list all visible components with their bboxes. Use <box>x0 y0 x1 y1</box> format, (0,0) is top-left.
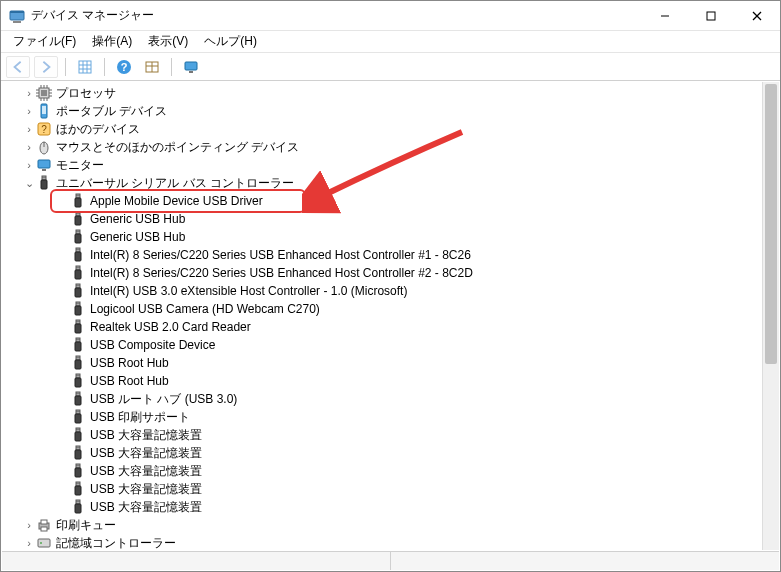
svg-rect-47 <box>707 12 715 20</box>
tree-item-label: モニター <box>56 156 104 174</box>
usb-icon <box>70 319 86 335</box>
expand-icon[interactable]: › <box>22 534 36 550</box>
tree-item[interactable]: ›Apple Mobile Device USB Driver <box>10 192 762 210</box>
minimize-button[interactable] <box>642 1 688 30</box>
expand-icon[interactable]: › <box>22 516 36 534</box>
tree-item[interactable]: ›プロセッサ <box>10 84 762 102</box>
usb-icon <box>70 481 86 497</box>
tree-item-label: USB 大容量記憶装置 <box>90 444 202 462</box>
tree-item[interactable]: ›USB 印刷サポート <box>10 408 762 426</box>
printer-icon <box>36 517 52 533</box>
tree-item-label: 印刷キュー <box>56 516 116 534</box>
expand-icon[interactable]: › <box>22 156 36 174</box>
tree-item-label: USB 大容量記憶装置 <box>90 480 202 498</box>
menu-view[interactable]: 表示(V) <box>140 31 196 52</box>
toolbar-forward-button[interactable] <box>34 56 58 78</box>
toolbar-grid-button[interactable] <box>73 56 97 78</box>
expand-icon[interactable]: › <box>22 84 36 102</box>
tree-item-label: 記憶域コントローラー <box>56 534 176 550</box>
maximize-button[interactable] <box>688 1 734 30</box>
tree-panel: ›プロセッサ›ポータブル デバイス›ほかのデバイス›マウスとそのほかのポインティ… <box>2 82 779 550</box>
tree-item[interactable]: ›Generic USB Hub <box>10 210 762 228</box>
tree-item[interactable]: ›モニター <box>10 156 762 174</box>
app-icon <box>9 8 25 24</box>
tree-item[interactable]: ›USB 大容量記憶装置 <box>10 480 762 498</box>
toolbar-back-button[interactable] <box>6 56 30 78</box>
tree-item[interactable]: ›ポータブル デバイス <box>10 102 762 120</box>
usb-icon <box>70 391 86 407</box>
mouse-icon <box>36 139 52 155</box>
tree-item[interactable]: ›USB 大容量記憶装置 <box>10 462 762 480</box>
tree-item[interactable]: ›Logicool USB Camera (HD Webcam C270) <box>10 300 762 318</box>
usb-icon <box>70 355 86 371</box>
tree-item[interactable]: ›USB ルート ハブ (USB 3.0) <box>10 390 762 408</box>
tree-item-label: Intel(R) USB 3.0 eXtensible Host Control… <box>90 282 407 300</box>
close-button[interactable] <box>734 1 780 30</box>
tree-item-label: USB 大容量記憶装置 <box>90 462 202 480</box>
window-title: デバイス マネージャー <box>31 7 642 24</box>
device-tree: ›プロセッサ›ポータブル デバイス›ほかのデバイス›マウスとそのほかのポインティ… <box>2 82 762 550</box>
statusbar <box>2 551 779 570</box>
tree-item-label: USB 印刷サポート <box>90 408 190 426</box>
menu-file[interactable]: ファイル(F) <box>5 31 84 52</box>
tree-item[interactable]: ›USB 大容量記憶装置 <box>10 444 762 462</box>
unknown-icon <box>36 121 52 137</box>
tree-item-label: ユニバーサル シリアル バス コントローラー <box>56 174 294 192</box>
tree-item-label: Intel(R) 8 Series/C220 Series USB Enhanc… <box>90 246 471 264</box>
usb-icon <box>70 301 86 317</box>
usb-icon <box>70 337 86 353</box>
tree-item-label: USB 大容量記憶装置 <box>90 498 202 516</box>
usb-icon <box>36 175 52 191</box>
toolbar-help-button[interactable] <box>112 56 136 78</box>
vertical-scrollbar[interactable] <box>762 82 779 550</box>
tree-item[interactable]: ›ほかのデバイス <box>10 120 762 138</box>
toolbar <box>1 53 780 81</box>
tree-item[interactable]: ›Generic USB Hub <box>10 228 762 246</box>
tree-item[interactable]: ›マウスとそのほかのポインティング デバイス <box>10 138 762 156</box>
tree-item[interactable]: ›Intel(R) 8 Series/C220 Series USB Enhan… <box>10 264 762 282</box>
usb-icon <box>70 229 86 245</box>
menu-help[interactable]: ヘルプ(H) <box>196 31 265 52</box>
tree-item-label: プロセッサ <box>56 84 116 102</box>
usb-icon <box>70 427 86 443</box>
menu-action[interactable]: 操作(A) <box>84 31 140 52</box>
tree-item[interactable]: ›USB Root Hub <box>10 372 762 390</box>
usb-icon <box>70 463 86 479</box>
titlebar: デバイス マネージャー <box>1 1 780 31</box>
tree-item[interactable]: ›Realtek USB 2.0 Card Reader <box>10 318 762 336</box>
tree-item[interactable]: ›Intel(R) 8 Series/C220 Series USB Enhan… <box>10 246 762 264</box>
storage-icon <box>36 535 52 550</box>
tree-item[interactable]: ›記憶域コントローラー <box>10 534 762 550</box>
portable-icon <box>36 103 52 119</box>
tree-item-label: Intel(R) 8 Series/C220 Series USB Enhanc… <box>90 264 473 282</box>
tree-item[interactable]: ›USB 大容量記憶装置 <box>10 426 762 444</box>
toolbar-grid2-button[interactable] <box>140 56 164 78</box>
tree-item[interactable]: ›印刷キュー <box>10 516 762 534</box>
collapse-icon[interactable]: ⌄ <box>22 174 36 192</box>
tree-item-label: Generic USB Hub <box>90 228 185 246</box>
tree-item-label: USB Root Hub <box>90 372 169 390</box>
tree-item-label: USB Root Hub <box>90 354 169 372</box>
tree-item[interactable]: ›USB Composite Device <box>10 336 762 354</box>
menubar: ファイル(F) 操作(A) 表示(V) ヘルプ(H) <box>1 31 780 53</box>
toolbar-monitors-button[interactable] <box>179 56 203 78</box>
monitor-icon <box>36 157 52 173</box>
tree-item[interactable]: ›Intel(R) USB 3.0 eXtensible Host Contro… <box>10 282 762 300</box>
tree-item-label: USB 大容量記憶装置 <box>90 426 202 444</box>
tree-item[interactable]: ⌄ユニバーサル シリアル バス コントローラー <box>10 174 762 192</box>
tree-item-label: マウスとそのほかのポインティング デバイス <box>56 138 299 156</box>
tree-item[interactable]: ›USB Root Hub <box>10 354 762 372</box>
scrollbar-thumb[interactable] <box>765 84 777 364</box>
expand-icon[interactable]: › <box>22 102 36 120</box>
expand-icon[interactable]: › <box>22 120 36 138</box>
tree-item[interactable]: ›USB 大容量記憶装置 <box>10 498 762 516</box>
tree-item-label: USB ルート ハブ (USB 3.0) <box>90 390 237 408</box>
tree-item-label: USB Composite Device <box>90 336 215 354</box>
expand-icon[interactable]: › <box>22 138 36 156</box>
toolbar-separator <box>104 58 105 76</box>
cpu-icon <box>36 85 52 101</box>
tree-item-label: Apple Mobile Device USB Driver <box>90 192 263 210</box>
usb-icon <box>70 211 86 227</box>
toolbar-separator <box>65 58 66 76</box>
window-controls <box>642 1 780 30</box>
